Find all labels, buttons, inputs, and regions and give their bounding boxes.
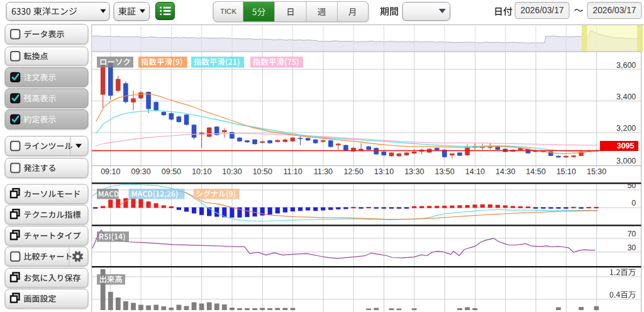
svg-text:70: 70 <box>627 230 636 238</box>
svg-text:13:30: 13:30 <box>404 167 424 176</box>
svg-text:10:50: 10:50 <box>253 167 272 176</box>
svg-text:09:30: 09:30 <box>131 167 150 176</box>
svg-text:2026/03/17: 2026/03/17 <box>520 6 564 15</box>
svg-text:14:50: 14:50 <box>526 167 545 176</box>
svg-text:3,000: 3,000 <box>616 157 636 165</box>
svg-text:30: 30 <box>627 243 636 252</box>
svg-text:10:30: 10:30 <box>222 167 242 176</box>
svg-text:11:30: 11:30 <box>314 167 333 176</box>
svg-text:50: 50 <box>627 181 636 190</box>
svg-text:15:30: 15:30 <box>587 167 606 176</box>
svg-text:2026/03/17: 2026/03/17 <box>592 6 636 15</box>
svg-text:3,200: 3,200 <box>616 124 636 133</box>
svg-text:11:10: 11:10 <box>283 167 302 176</box>
svg-text:13:10: 13:10 <box>374 167 394 176</box>
svg-text:TICK: TICK <box>220 8 237 15</box>
svg-text:09:50: 09:50 <box>162 167 181 176</box>
svg-text:10:10: 10:10 <box>192 167 211 176</box>
svg-text:3,400: 3,400 <box>616 92 636 101</box>
svg-text:3095: 3095 <box>617 142 635 150</box>
svg-text:09:10: 09:10 <box>101 167 120 176</box>
svg-text:12:50: 12:50 <box>344 167 364 176</box>
svg-text:15:10: 15:10 <box>557 167 576 176</box>
svg-text:14:30: 14:30 <box>496 167 515 176</box>
svg-text:13:50: 13:50 <box>435 167 454 176</box>
svg-text:3,600: 3,600 <box>616 61 636 70</box>
svg-text:14:10: 14:10 <box>465 167 485 176</box>
svg-text:0: 0 <box>631 199 636 208</box>
